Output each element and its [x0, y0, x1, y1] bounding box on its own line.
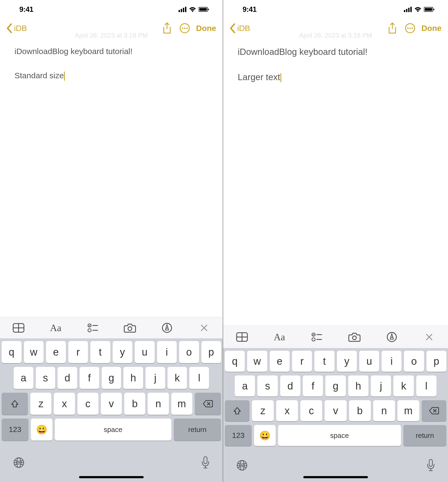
text-format-button[interactable]: Aa — [270, 329, 289, 345]
key-x[interactable]: x — [54, 393, 75, 415]
share-button[interactable] — [161, 22, 173, 35]
close-toolbar-button[interactable] — [194, 320, 214, 335]
note-content[interactable]: April 28, 2023 at 3:18 PM iDownloadBlog … — [0, 38, 223, 317]
key-shift[interactable] — [225, 400, 250, 421]
key-w[interactable]: w — [24, 341, 44, 363]
key-e[interactable]: e — [270, 351, 290, 372]
svg-rect-26 — [408, 8, 410, 12]
key-z[interactable]: z — [252, 400, 274, 421]
back-button[interactable]: iDB — [6, 23, 27, 33]
key-w[interactable]: w — [247, 351, 267, 372]
home-indicator[interactable] — [303, 476, 368, 478]
key-emoji[interactable]: 😀 — [31, 419, 52, 441]
key-q[interactable]: q — [225, 351, 245, 372]
key-o[interactable]: o — [179, 341, 199, 363]
back-label: iDB — [14, 24, 27, 33]
back-button[interactable]: iDB — [230, 23, 250, 33]
key-j[interactable]: j — [145, 367, 165, 389]
key-space[interactable]: space — [278, 425, 401, 446]
key-d[interactable]: d — [58, 367, 77, 389]
text-format-button[interactable]: Aa — [46, 320, 65, 335]
key-g[interactable]: g — [102, 367, 121, 389]
camera-button[interactable] — [345, 329, 364, 345]
key-m[interactable]: m — [397, 400, 419, 421]
key-t[interactable]: t — [314, 351, 334, 372]
markup-button[interactable] — [157, 320, 177, 335]
key-c[interactable]: c — [300, 400, 322, 421]
dictation-button[interactable] — [201, 456, 210, 470]
close-toolbar-button[interactable] — [419, 329, 439, 345]
key-t[interactable]: t — [90, 341, 110, 363]
key-return[interactable]: return — [174, 419, 221, 441]
more-button[interactable] — [178, 22, 191, 35]
key-b[interactable]: b — [124, 393, 145, 415]
key-k[interactable]: k — [168, 367, 187, 389]
key-emoji[interactable]: 😀 — [254, 425, 276, 446]
key-k[interactable]: k — [393, 375, 414, 396]
home-indicator[interactable] — [79, 476, 144, 478]
key-p[interactable]: p — [426, 351, 446, 372]
key-d[interactable]: d — [280, 375, 300, 396]
key-return[interactable]: return — [403, 425, 446, 446]
key-space[interactable]: space — [55, 419, 171, 441]
key-a[interactable]: a — [14, 367, 33, 389]
key-j[interactable]: j — [371, 375, 391, 396]
more-button[interactable] — [404, 22, 417, 35]
key-p[interactable]: p — [201, 341, 221, 363]
done-button[interactable]: Done — [196, 24, 216, 33]
key-h[interactable]: h — [123, 367, 143, 389]
key-123[interactable]: 123 — [2, 419, 29, 441]
key-q[interactable]: q — [2, 341, 22, 363]
key-y[interactable]: y — [337, 351, 357, 372]
emoji-icon: 😀 — [259, 430, 271, 441]
key-r[interactable]: r — [292, 351, 312, 372]
key-n[interactable]: n — [373, 400, 395, 421]
nav-bar: iDB Done — [223, 19, 448, 38]
key-m[interactable]: m — [171, 393, 192, 415]
dictation-button[interactable] — [426, 459, 435, 473]
key-z[interactable]: z — [30, 393, 51, 415]
key-i[interactable]: i — [382, 351, 401, 372]
key-r[interactable]: r — [68, 341, 88, 363]
key-n[interactable]: n — [148, 393, 169, 415]
table-button[interactable] — [9, 320, 28, 335]
key-f[interactable]: f — [303, 375, 323, 396]
key-e[interactable]: e — [46, 341, 66, 363]
kb-row-2: a s d f g h j k l — [225, 375, 446, 396]
key-v[interactable]: v — [101, 393, 122, 415]
key-a[interactable]: a — [235, 375, 255, 396]
globe-button[interactable] — [236, 459, 248, 472]
key-f[interactable]: f — [80, 367, 99, 389]
checklist-button[interactable] — [307, 329, 326, 345]
key-123[interactable]: 123 — [225, 425, 252, 446]
checklist-button[interactable] — [83, 320, 102, 335]
key-delete[interactable] — [422, 400, 446, 421]
key-u[interactable]: u — [135, 341, 155, 363]
key-s[interactable]: s — [257, 375, 278, 396]
markup-button[interactable] — [382, 329, 401, 345]
key-u[interactable]: u — [359, 351, 379, 372]
table-button[interactable] — [232, 329, 252, 345]
key-i[interactable]: i — [157, 341, 177, 363]
cellular-icon — [179, 7, 187, 12]
key-c[interactable]: c — [77, 393, 98, 415]
key-g[interactable]: g — [325, 375, 346, 396]
key-shift[interactable] — [2, 393, 28, 415]
key-x[interactable]: x — [276, 400, 298, 421]
key-b[interactable]: b — [349, 400, 371, 421]
chevron-left-icon — [230, 23, 236, 33]
key-v[interactable]: v — [325, 400, 346, 421]
share-button[interactable] — [386, 22, 399, 35]
key-l[interactable]: l — [416, 375, 436, 396]
camera-button[interactable] — [120, 320, 140, 335]
note-content[interactable]: April 28, 2023 at 3:18 PM iDownloadBlog … — [223, 38, 448, 325]
key-o[interactable]: o — [404, 351, 424, 372]
done-button[interactable]: Done — [421, 24, 442, 33]
key-l[interactable]: l — [189, 367, 209, 389]
key-h[interactable]: h — [348, 375, 368, 396]
globe-button[interactable] — [13, 457, 25, 470]
globe-icon — [13, 457, 25, 469]
key-y[interactable]: y — [113, 341, 133, 363]
key-s[interactable]: s — [36, 367, 55, 389]
key-delete[interactable] — [195, 393, 221, 415]
